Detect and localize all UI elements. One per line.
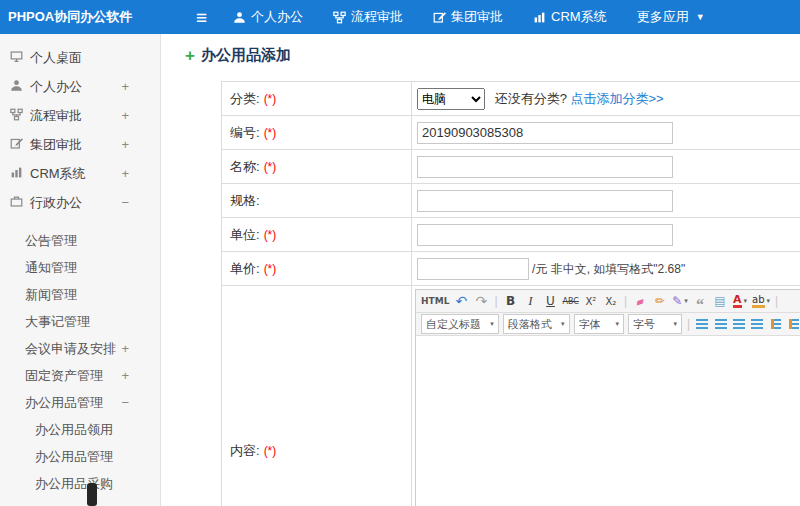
form-row-category: 分类:(*) 电脑 还没有分类? 点击添加分类>> (222, 82, 800, 116)
sidebar-item-meetings[interactable]: 会议申请及安排 + (0, 335, 160, 362)
form-row-code: 编号:(*) (222, 116, 800, 150)
scrollbar-thumb[interactable] (87, 483, 97, 506)
eraser-icon[interactable]: ▰ (629, 289, 652, 313)
main-content: + 办公用品添加 分类:(*) 电脑 还没有分类? 点击添加分类>> 编号:(*… (161, 34, 800, 506)
strikethrough-icon[interactable]: ABC (562, 292, 580, 311)
sidebar-item-label: 个人办公 (30, 78, 82, 96)
paragraph-format-select[interactable]: 段落格式▾ (503, 314, 570, 334)
form-row-name: 名称:(*) (222, 150, 800, 184)
collapse-icon[interactable]: − (121, 195, 129, 210)
blockquote-icon[interactable]: “ (691, 292, 709, 311)
required-mark: (*) (264, 444, 277, 458)
editor-toolbar-row2: 自定义标题▾ 段落格式▾ 字体▾ 字号▾ | (416, 313, 800, 336)
price-input[interactable] (417, 258, 529, 280)
expand-icon[interactable]: + (121, 368, 129, 383)
field-label: 编号:(*) (222, 116, 412, 150)
sidebar: 个人桌面 个人办公 + 流程审批 + 集团审批 + CRM系统 + 行政办公 − (0, 34, 161, 506)
expand-icon[interactable]: + (121, 137, 129, 152)
redo-icon[interactable]: ↷ (472, 292, 490, 311)
font-size-select[interactable]: 字号▾ (628, 314, 682, 334)
required-mark: (*) (264, 228, 277, 242)
user-icon (233, 11, 246, 24)
sidebar-item-label: 个人桌面 (30, 49, 82, 67)
sidebar-item-supplies-purchase[interactable]: 办公用品采购 (0, 470, 160, 497)
highlight-icon[interactable]: ab▾ (751, 292, 771, 311)
nav-label: 流程审批 (351, 8, 403, 26)
name-input[interactable] (417, 156, 673, 178)
code-input[interactable] (417, 122, 673, 144)
sidebar-item-group-approval[interactable]: 集团审批 + (0, 130, 160, 159)
sidebar-item-fixed-assets[interactable]: 固定资产管理 + (0, 362, 160, 389)
nav-label: 集团审批 (451, 8, 503, 26)
add-category-link[interactable]: 点击添加分类>> (570, 91, 663, 106)
html-source-icon[interactable]: HTML (420, 292, 450, 311)
collapse-icon[interactable]: − (121, 395, 129, 410)
sidebar-item-supplies-borrow[interactable]: 办公用品领用 (0, 416, 160, 443)
toolbar-separator: | (624, 294, 627, 308)
editor-body[interactable] (416, 336, 800, 506)
nav-workflow-approval[interactable]: 流程审批 (333, 8, 403, 26)
nav-group-approval[interactable]: 集团审批 (433, 8, 503, 26)
align-justify-icon[interactable] (748, 314, 766, 334)
paint-icon[interactable]: ✎▾ (671, 292, 689, 311)
rich-text-editor: HTML ↶ ↷ | B I U ABC X² X₂ | ▰ ✏ (415, 289, 800, 506)
nav-more-apps[interactable]: 更多应用 ▼ (637, 8, 705, 26)
sidebar-item-announcements[interactable]: 公告管理 (0, 227, 160, 254)
top-header: PHPOA协同办公软件 ≡ 个人办公 流程审批 集团审批 CRM系统 更多应用 … (0, 0, 800, 34)
sidebar-item-label: 办公用品领用 (35, 421, 113, 439)
sidebar-item-admin-office[interactable]: 行政办公 − (0, 188, 160, 217)
sidebar-item-personal-office[interactable]: 个人办公 + (0, 72, 160, 101)
sidebar-item-label: 流程审批 (30, 107, 82, 125)
page-title-text: 办公用品添加 (201, 46, 291, 65)
unit-input[interactable] (417, 224, 673, 246)
font-family-select[interactable]: 字体▾ (574, 314, 624, 334)
align-center-icon[interactable] (711, 314, 729, 334)
sidebar-item-workflow[interactable]: 流程审批 + (0, 101, 160, 130)
expand-icon[interactable]: + (121, 341, 129, 356)
desktop-icon (10, 50, 23, 66)
nav-personal-office[interactable]: 个人办公 (233, 8, 303, 26)
sidebar-item-label: 公告管理 (25, 232, 77, 250)
align-right-icon[interactable] (730, 314, 748, 334)
bar-chart-icon (533, 11, 546, 24)
sidebar-item-notices[interactable]: 通知管理 (0, 254, 160, 281)
expand-icon[interactable]: + (121, 79, 129, 94)
spec-input[interactable] (417, 190, 673, 212)
format-brush-icon[interactable]: ✏ (651, 292, 669, 311)
undo-icon[interactable]: ↶ (452, 292, 470, 311)
paste-text-icon[interactable]: ▤ (711, 292, 729, 311)
font-color-icon[interactable]: A▾ (731, 292, 749, 311)
ordered-list-icon[interactable] (766, 314, 784, 334)
align-left-icon[interactable] (693, 314, 711, 334)
toolbar-separator: | (775, 294, 778, 308)
sidebar-item-label: 办公用品采购 (35, 475, 113, 493)
sidebar-item-memorabilia[interactable]: 大事记管理 (0, 308, 160, 335)
sidebar-item-office-supplies[interactable]: 办公用品管理 − (0, 389, 160, 416)
expand-icon[interactable]: + (121, 166, 129, 181)
sidebar-item-news[interactable]: 新闻管理 (0, 281, 160, 308)
user-icon (10, 79, 23, 95)
custom-title-select[interactable]: 自定义标题▾ (421, 314, 499, 334)
category-select[interactable]: 电脑 (417, 88, 485, 110)
sidebar-item-supplies-manage[interactable]: 办公用品管理 (0, 443, 160, 470)
italic-icon[interactable]: I (522, 292, 540, 311)
expand-icon[interactable]: + (121, 108, 129, 123)
nav-crm-system[interactable]: CRM系统 (533, 8, 607, 26)
sidebar-item-desktop[interactable]: 个人桌面 (0, 43, 160, 72)
caret-down-icon: ▾ (615, 320, 619, 328)
caret-down-icon: ▾ (490, 320, 494, 328)
sidebar-item-label: 固定资产管理 (25, 367, 103, 385)
hamburger-menu-icon[interactable]: ≡ (196, 8, 207, 27)
superscript-icon[interactable]: X² (582, 292, 600, 311)
supply-add-form: 分类:(*) 电脑 还没有分类? 点击添加分类>> 编号:(*) 名称:(*) (221, 81, 800, 506)
subscript-icon[interactable]: X₂ (602, 292, 620, 311)
admin-office-submenu: 公告管理 通知管理 新闻管理 大事记管理 会议申请及安排 + 固定资产管理 (0, 217, 160, 497)
page-title: + 办公用品添加 (185, 46, 800, 65)
bold-icon[interactable]: B (502, 292, 520, 311)
sidebar-item-crm[interactable]: CRM系统 + (0, 159, 160, 188)
field-label: 内容:(*) (222, 286, 412, 506)
category-hint: 还没有分类? (495, 91, 567, 106)
unordered-list-icon[interactable] (785, 314, 800, 334)
underline-icon[interactable]: U (542, 292, 560, 311)
caret-down-icon: ▾ (767, 297, 771, 305)
